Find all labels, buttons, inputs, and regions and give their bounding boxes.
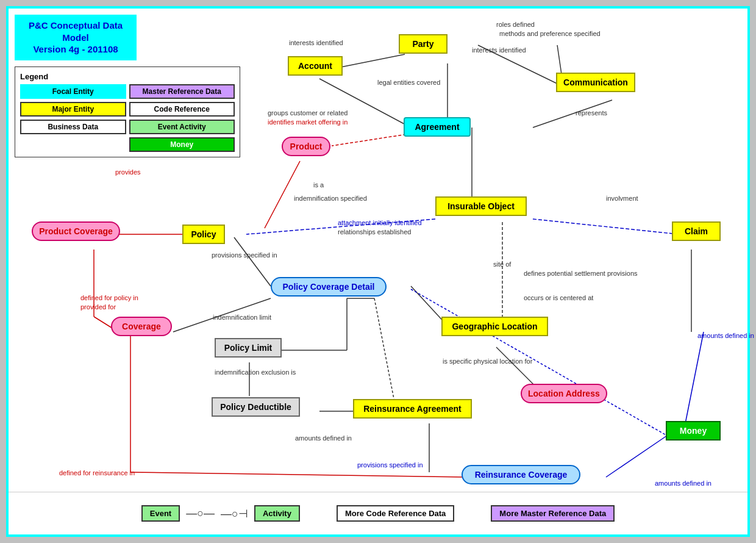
coverage-entity: Coverage bbox=[111, 317, 172, 336]
svg-line-2 bbox=[338, 54, 405, 68]
main-container: P&C Conceptual Data Model Version 4g - 2… bbox=[6, 6, 750, 537]
svg-line-31 bbox=[374, 298, 396, 408]
rel-interests-2: interests identified bbox=[472, 46, 526, 54]
legend-business-data: Business Data bbox=[20, 120, 126, 134]
claim-entity: Claim bbox=[672, 221, 721, 241]
rel-indemnification-specified: indemnification specified bbox=[294, 195, 367, 202]
policy-entity: Policy bbox=[182, 225, 225, 244]
party-entity: Party bbox=[399, 34, 448, 54]
more-master-ref-box: More Master Reference Data bbox=[491, 505, 615, 522]
svg-line-5 bbox=[332, 134, 411, 146]
rel-defined-for-policy: defined for policy in bbox=[80, 294, 138, 301]
event-box: Event bbox=[141, 505, 180, 522]
location-address-entity: Location Address bbox=[521, 384, 607, 403]
rel-provides: provides bbox=[115, 168, 141, 176]
agreement-entity: Agreement bbox=[404, 117, 471, 137]
rel-represents: represents bbox=[576, 109, 607, 117]
rel-is-specific-physical: is specific physical location for bbox=[443, 358, 532, 365]
title-line2: Version 4g - 201108 bbox=[20, 43, 132, 56]
rel-defines-potential: defines potential settlement provisions bbox=[524, 270, 638, 277]
rel-identifies-market: identifies market offering in bbox=[268, 118, 348, 126]
rel-provisions-specified: provisions specified in bbox=[212, 251, 277, 259]
product-coverage-entity: Product Coverage bbox=[32, 221, 120, 241]
bottom-bar: Event —○— —○⊣ Activity More Code Referen… bbox=[9, 492, 747, 534]
rel-occurs-centered: occurs or is centered at bbox=[524, 294, 593, 301]
rel-methods-preference: methods and preference specified bbox=[499, 30, 601, 37]
money-entity: Money bbox=[666, 421, 721, 441]
legend-box: Legend Focal Entity Master Reference Dat… bbox=[15, 67, 240, 157]
rel-provisions-specified-2: provisions specified in bbox=[357, 461, 423, 469]
rel-amounts-defined-3: amounts defined in bbox=[655, 480, 711, 487]
rel-defined-for-reinsurance: defined for reinsurance in bbox=[59, 469, 135, 476]
svg-line-30 bbox=[685, 332, 704, 423]
connector-circle: —○⊣ bbox=[221, 507, 248, 520]
reinsurance-agreement-entity: Reinsurance Agreement bbox=[353, 399, 472, 419]
policy-limit-entity: Policy Limit bbox=[215, 338, 282, 358]
title-box: P&C Conceptual Data Model Version 4g - 2… bbox=[15, 15, 137, 60]
rel-amounts-defined-1: amounts defined in bbox=[697, 332, 754, 339]
more-code-ref-box: More Code Reference Data bbox=[337, 505, 454, 522]
event-activity-legend: Event —○— —○⊣ Activity bbox=[141, 505, 300, 522]
legend-master-ref: Master Reference Data bbox=[129, 84, 235, 99]
legend-grid: Focal Entity Master Reference Data Major… bbox=[20, 84, 235, 152]
rel-interests-1: interests identified bbox=[289, 39, 343, 46]
svg-line-24 bbox=[606, 436, 667, 477]
connector-line: —○— bbox=[186, 507, 215, 520]
svg-line-7 bbox=[234, 237, 271, 286]
legend-money: Money bbox=[129, 137, 235, 152]
insurable-object-entity: Insurable Object bbox=[435, 196, 527, 216]
rel-is-a: is a bbox=[313, 181, 324, 189]
communication-entity: Communication bbox=[556, 73, 635, 92]
rel-attachment: attachment initially identified bbox=[338, 219, 422, 226]
legend-focal-entity: Focal Entity bbox=[20, 84, 126, 99]
rel-indemnification-limit: indemnification limit bbox=[213, 314, 271, 321]
account-entity: Account bbox=[288, 56, 343, 76]
title-line1: P&C Conceptual Data Model bbox=[20, 20, 132, 43]
rel-site-of: site of bbox=[493, 261, 511, 268]
activity-box: Activity bbox=[254, 505, 300, 522]
policy-coverage-detail-entity: Policy Coverage Detail bbox=[271, 277, 387, 297]
rel-involvment: involvment bbox=[606, 195, 638, 202]
svg-line-26 bbox=[130, 472, 466, 477]
policy-deductible-entity: Policy Deductible bbox=[212, 397, 300, 417]
legend-major-entity: Major Entity bbox=[20, 102, 126, 117]
rel-groups-customer: groups customer or related bbox=[268, 109, 348, 117]
legend-code-ref: Code Reference bbox=[129, 102, 235, 117]
legend-title: Legend bbox=[20, 72, 235, 81]
rel-provided-for: provided for bbox=[80, 303, 116, 311]
rel-amounts-defined-2: amounts defined in bbox=[295, 434, 352, 442]
reinsurance-coverage-entity: Reinsurance Coverage bbox=[462, 465, 580, 484]
rel-indemnification-exclusion: indemnification exclusion is bbox=[215, 369, 296, 376]
svg-line-10 bbox=[533, 219, 679, 234]
legend-event-activity: Event Activity bbox=[129, 120, 235, 134]
product-entity: Product bbox=[282, 137, 330, 156]
rel-relationships: relationships established bbox=[338, 228, 411, 236]
rel-roles-defined: roles defined bbox=[496, 21, 535, 28]
rel-legal-entities: legal entities covered bbox=[377, 79, 440, 86]
geographic-location-entity: Geographic Location bbox=[441, 317, 548, 336]
